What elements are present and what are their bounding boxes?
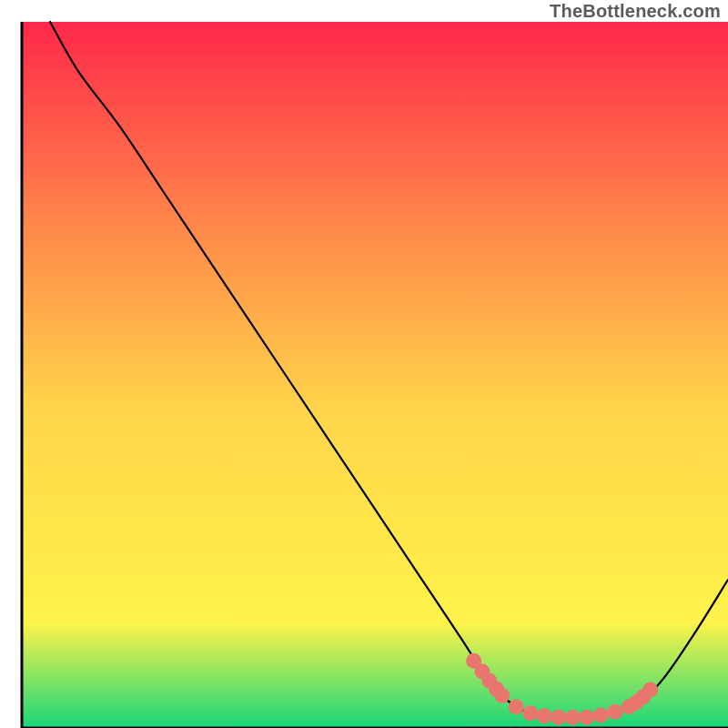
watermark-text: TheBottleneck.com xyxy=(550,1,721,22)
plot-area xyxy=(22,22,728,728)
optimal-marker xyxy=(607,704,622,720)
optimal-marker xyxy=(642,682,658,698)
gradient-background xyxy=(22,22,728,728)
bottleneck-chart xyxy=(0,0,728,728)
optimal-marker xyxy=(579,710,594,725)
optimal-marker xyxy=(551,710,566,725)
optimal-marker xyxy=(509,699,524,714)
optimal-marker xyxy=(494,688,510,703)
optimal-marker xyxy=(522,705,538,721)
optimal-marker xyxy=(565,710,581,725)
chart-container: TheBottleneck.com xyxy=(0,0,728,728)
optimal-marker xyxy=(593,708,609,723)
optimal-marker xyxy=(537,708,552,723)
